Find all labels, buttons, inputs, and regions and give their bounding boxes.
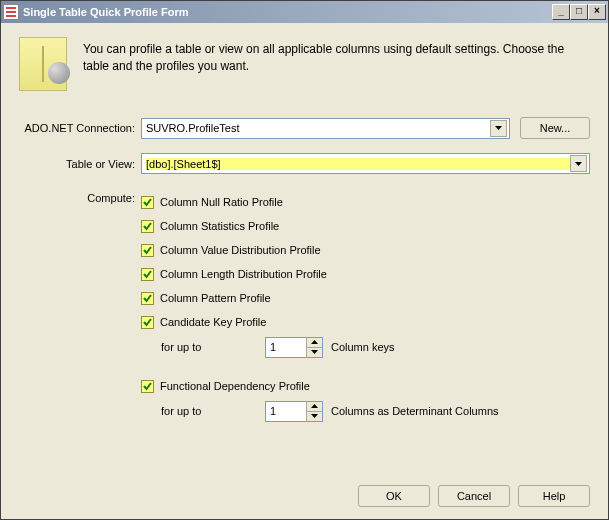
check-pattern-label: Column Pattern Profile bbox=[160, 292, 271, 304]
check-statistics-label: Column Statistics Profile bbox=[160, 220, 279, 232]
check-null-ratio[interactable] bbox=[141, 196, 154, 209]
new-connection-button[interactable]: New... bbox=[520, 117, 590, 139]
window-controls: _ □ × bbox=[552, 4, 606, 20]
check-candidate-key-row: Candidate Key Profile bbox=[141, 310, 590, 334]
table-combo[interactable]: [dbo].[Sheet1$] bbox=[141, 153, 590, 174]
maximize-button[interactable]: □ bbox=[570, 4, 588, 20]
compute-section: Compute: Column Null Ratio Profile Colum… bbox=[19, 188, 590, 424]
check-null-ratio-row: Column Null Ratio Profile bbox=[141, 190, 590, 214]
app-icon bbox=[3, 4, 19, 20]
check-candidate-key-label: Candidate Key Profile bbox=[160, 316, 266, 328]
intro-text: You can profile a table or view on all a… bbox=[83, 37, 590, 91]
dialog-window: Single Table Quick Profile Form _ □ × Yo… bbox=[0, 0, 609, 520]
window-title: Single Table Quick Profile Form bbox=[23, 6, 552, 18]
compute-label: Compute: bbox=[19, 188, 141, 424]
check-candidate-key[interactable] bbox=[141, 316, 154, 329]
determinant-input[interactable] bbox=[266, 402, 306, 421]
chevron-down-icon[interactable] bbox=[490, 120, 507, 137]
determinant-row: for up to Columns as Determinant Columns bbox=[141, 398, 590, 424]
table-value: [dbo].[Sheet1$] bbox=[146, 158, 570, 170]
for-up-to-label-2: for up to bbox=[161, 405, 257, 417]
connection-label: ADO.NET Connection: bbox=[19, 122, 141, 134]
connection-value: SUVRO.ProfileTest bbox=[146, 122, 490, 134]
check-length-dist[interactable] bbox=[141, 268, 154, 281]
check-length-dist-label: Column Length Distribution Profile bbox=[160, 268, 327, 280]
ok-button[interactable]: OK bbox=[358, 485, 430, 507]
check-functional-label: Functional Dependency Profile bbox=[160, 380, 310, 392]
spinner-down-icon[interactable] bbox=[307, 348, 322, 357]
column-keys-trail: Column keys bbox=[331, 341, 395, 353]
check-length-dist-row: Column Length Distribution Profile bbox=[141, 262, 590, 286]
chevron-down-icon[interactable] bbox=[570, 155, 587, 172]
determinant-spinner[interactable] bbox=[265, 401, 323, 422]
table-row: Table or View: [dbo].[Sheet1$] bbox=[19, 153, 590, 174]
check-null-ratio-label: Column Null Ratio Profile bbox=[160, 196, 283, 208]
dialog-body: You can profile a table or view on all a… bbox=[1, 23, 608, 519]
table-label: Table or View: bbox=[19, 158, 141, 170]
check-statistics[interactable] bbox=[141, 220, 154, 233]
check-statistics-row: Column Statistics Profile bbox=[141, 214, 590, 238]
dialog-buttons: OK Cancel Help bbox=[358, 485, 590, 507]
check-pattern-row: Column Pattern Profile bbox=[141, 286, 590, 310]
check-value-dist-row: Column Value Distribution Profile bbox=[141, 238, 590, 262]
check-value-dist-label: Column Value Distribution Profile bbox=[160, 244, 321, 256]
check-functional[interactable] bbox=[141, 380, 154, 393]
cancel-button[interactable]: Cancel bbox=[438, 485, 510, 507]
spinner-up-icon[interactable] bbox=[307, 402, 322, 412]
column-keys-input[interactable] bbox=[266, 338, 306, 357]
column-keys-row: for up to Column keys bbox=[141, 334, 590, 360]
column-keys-spinner[interactable] bbox=[265, 337, 323, 358]
connection-combo[interactable]: SUVRO.ProfileTest bbox=[141, 118, 510, 139]
check-functional-row: Functional Dependency Profile bbox=[141, 374, 590, 398]
check-pattern[interactable] bbox=[141, 292, 154, 305]
for-up-to-label-1: for up to bbox=[161, 341, 257, 353]
connection-row: ADO.NET Connection: SUVRO.ProfileTest Ne… bbox=[19, 117, 590, 139]
close-button[interactable]: × bbox=[588, 4, 606, 20]
minimize-button[interactable]: _ bbox=[552, 4, 570, 20]
spinner-down-icon[interactable] bbox=[307, 412, 322, 421]
help-button[interactable]: Help bbox=[518, 485, 590, 507]
determinant-trail: Columns as Determinant Columns bbox=[331, 405, 499, 417]
titlebar: Single Table Quick Profile Form _ □ × bbox=[1, 1, 608, 23]
compute-list: Column Null Ratio Profile Column Statist… bbox=[141, 188, 590, 424]
profile-icon bbox=[19, 37, 67, 91]
spinner-up-icon[interactable] bbox=[307, 338, 322, 348]
check-value-dist[interactable] bbox=[141, 244, 154, 257]
intro-section: You can profile a table or view on all a… bbox=[19, 37, 590, 91]
